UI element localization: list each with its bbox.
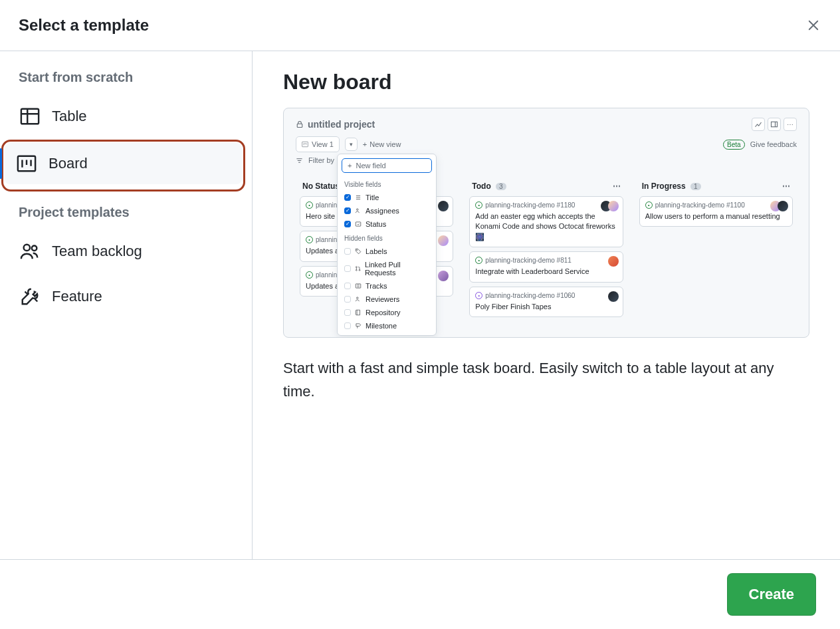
svg-rect-10 bbox=[772, 122, 778, 127]
board-card[interactable]: •planning-tracking-demo #1180 Add an eas… bbox=[469, 196, 623, 247]
checkbox-icon bbox=[344, 248, 351, 255]
template-table[interactable]: Table bbox=[8, 96, 244, 137]
board-card[interactable]: •planning-tracking-demo #1100 Allow user… bbox=[639, 196, 793, 227]
column-todo: Todo 3 ⋯ •planning-tracking-demo #1180 A… bbox=[465, 174, 627, 325]
checkbox-icon bbox=[344, 207, 351, 214]
template-selection-modal: Select a template Start from scratch Tab… bbox=[0, 0, 840, 629]
project-name: untitled project bbox=[296, 119, 375, 130]
field-reviewers[interactable]: Reviewers bbox=[338, 293, 436, 306]
checkbox-icon bbox=[344, 322, 351, 329]
modal-header: Select a template bbox=[0, 0, 840, 51]
column-count: 3 bbox=[496, 183, 506, 190]
new-view-button[interactable]: + New view bbox=[363, 140, 401, 148]
more-icon: ⋯ bbox=[787, 121, 793, 128]
templates-heading: Project templates bbox=[8, 194, 244, 231]
column-in-progress: In Progress 1 ⋯ •planning-tracking-demo … bbox=[635, 174, 797, 235]
field-tracks[interactable]: Tracks bbox=[338, 279, 436, 293]
field-repository[interactable]: Repository bbox=[338, 306, 436, 319]
graph-icon bbox=[754, 120, 762, 128]
template-sidebar: Start from scratch Table Board Project t… bbox=[0, 51, 253, 559]
column-label: No Status bbox=[302, 182, 340, 191]
avatar bbox=[608, 291, 619, 302]
scratch-heading: Start from scratch bbox=[8, 70, 244, 96]
filter-label: Filter by bbox=[308, 156, 334, 164]
fields-dropdown: + New field Visible fields Title Assigne… bbox=[337, 154, 437, 336]
svg-point-26 bbox=[356, 269, 357, 271]
svg-rect-28 bbox=[356, 284, 361, 288]
column-label: Todo bbox=[472, 182, 490, 191]
create-button[interactable]: Create bbox=[727, 573, 816, 616]
checkbox-icon bbox=[344, 296, 351, 303]
template-description: Start with a fast and simple task board.… bbox=[283, 356, 809, 403]
svg-rect-23 bbox=[356, 222, 361, 226]
svg-point-8 bbox=[32, 246, 37, 251]
close-button[interactable] bbox=[805, 17, 821, 33]
svg-point-7 bbox=[24, 245, 30, 251]
people-small-icon bbox=[355, 207, 362, 214]
project-name-text: untitled project bbox=[308, 119, 375, 130]
new-field-button[interactable]: + New field bbox=[342, 158, 432, 173]
issue-merged-icon: • bbox=[475, 292, 482, 299]
issue-open-icon: • bbox=[306, 271, 313, 279]
avatar-stack bbox=[774, 201, 788, 211]
field-linked-prs[interactable]: Linked Pull Requests bbox=[338, 258, 436, 279]
checkbox-icon bbox=[344, 221, 351, 227]
board-small-icon bbox=[302, 141, 308, 148]
avatar bbox=[438, 271, 449, 281]
content-pane: New board untitled project ⋯ bbox=[253, 51, 840, 559]
issue-open-icon: • bbox=[306, 236, 313, 243]
modal-footer: Create bbox=[0, 559, 840, 629]
more-button[interactable]: ⋯ bbox=[784, 118, 797, 131]
template-board[interactable]: Board bbox=[5, 143, 242, 184]
pr-icon bbox=[355, 265, 361, 272]
view-tab[interactable]: View 1 bbox=[296, 136, 340, 152]
highlight-ring: Board bbox=[1, 140, 245, 191]
give-feedback-link[interactable]: Give feedback bbox=[750, 140, 797, 148]
board-card[interactable]: •planning-tracking-demo #811 Integrate w… bbox=[469, 251, 623, 282]
new-view-label: New view bbox=[369, 140, 401, 148]
board-card[interactable]: •planning-tracking-demo #1060 Poly Fiber… bbox=[469, 287, 623, 317]
field-assignees[interactable]: Assignees bbox=[338, 204, 436, 217]
issue-open-icon: • bbox=[475, 201, 482, 209]
panel-button[interactable] bbox=[768, 118, 781, 131]
tools-icon bbox=[20, 287, 40, 307]
field-title[interactable]: Title bbox=[338, 191, 436, 204]
hidden-fields-label: Hidden fields bbox=[338, 231, 436, 245]
repo-icon bbox=[355, 309, 362, 316]
board-icon bbox=[17, 154, 37, 174]
modal-title: Select a template bbox=[19, 16, 149, 35]
visible-fields-label: Visible fields bbox=[338, 177, 436, 191]
avatar bbox=[438, 235, 449, 246]
template-board-label: Board bbox=[49, 155, 88, 172]
svg-point-24 bbox=[357, 250, 358, 251]
issue-open-icon: • bbox=[306, 201, 313, 209]
field-milestone[interactable]: Milestone bbox=[338, 319, 436, 335]
svg-point-25 bbox=[356, 267, 357, 268]
people-small-icon bbox=[355, 296, 362, 303]
template-feature[interactable]: Feature bbox=[8, 276, 244, 317]
filter-icon bbox=[296, 157, 303, 164]
insights-button[interactable] bbox=[752, 118, 765, 131]
checkbox-icon bbox=[344, 194, 351, 201]
svg-rect-9 bbox=[297, 124, 302, 127]
milestone-icon bbox=[355, 322, 362, 329]
avatar bbox=[608, 256, 619, 267]
svg-point-22 bbox=[357, 209, 359, 211]
checkbox-icon bbox=[344, 283, 351, 289]
svg-point-31 bbox=[357, 297, 359, 299]
template-team-backlog[interactable]: Team backlog bbox=[8, 231, 244, 272]
plus-icon: + bbox=[348, 162, 352, 170]
template-table-label: Table bbox=[52, 108, 87, 125]
header-actions: ⋯ bbox=[752, 118, 797, 131]
svg-rect-0 bbox=[21, 109, 39, 124]
column-more-button[interactable]: ⋯ bbox=[782, 182, 790, 191]
avatar bbox=[438, 201, 449, 211]
table-icon bbox=[20, 106, 40, 126]
people-icon bbox=[20, 241, 40, 261]
column-more-button[interactable]: ⋯ bbox=[613, 182, 621, 191]
field-labels[interactable]: Labels bbox=[338, 245, 436, 258]
template-team-backlog-label: Team backlog bbox=[52, 243, 142, 260]
plus-icon: + bbox=[363, 140, 367, 148]
view-tab-dropdown[interactable]: ▾ bbox=[345, 138, 358, 151]
field-status[interactable]: Status bbox=[338, 217, 436, 231]
